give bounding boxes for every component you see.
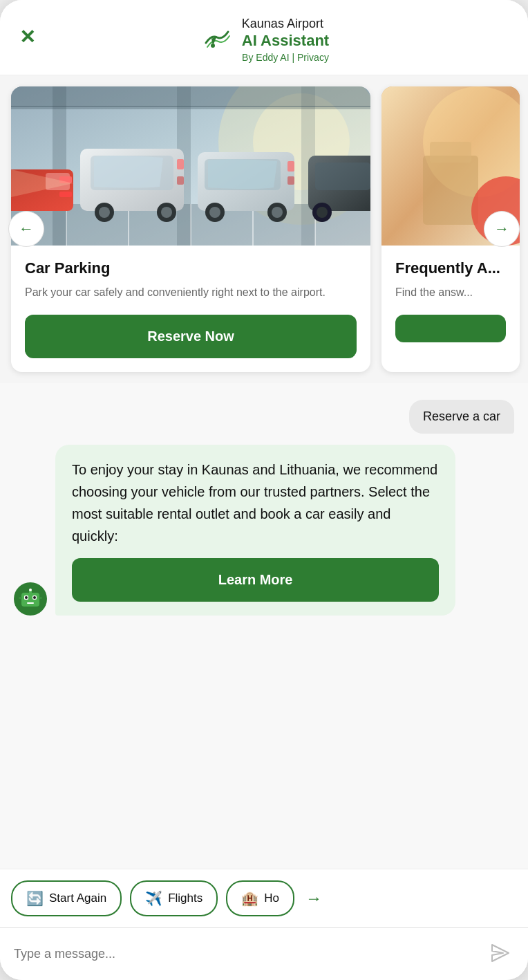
- chat-area: Reserve a car: [0, 383, 528, 869]
- user-message: Reserve a car: [14, 400, 514, 434]
- card-faq-button[interactable]: [395, 315, 506, 342]
- svg-rect-37: [315, 163, 370, 190]
- svg-rect-30: [287, 161, 294, 172]
- flights-label: Flights: [168, 891, 202, 905]
- flights-icon: ✈️: [145, 890, 162, 907]
- reserve-now-button[interactable]: Reserve Now: [25, 315, 357, 358]
- svg-rect-22: [177, 159, 184, 169]
- svg-rect-23: [177, 176, 184, 185]
- svg-point-50: [33, 596, 36, 599]
- svg-rect-42: [423, 156, 478, 225]
- hotels-icon: 🏨: [241, 890, 258, 907]
- robot-icon: [19, 587, 42, 611]
- carousel-next-button[interactable]: →: [484, 211, 520, 247]
- svg-rect-15: [11, 106, 370, 109]
- svg-rect-31: [287, 176, 294, 185]
- svg-rect-11: [53, 86, 66, 246]
- start-again-icon: 🔄: [26, 890, 44, 907]
- svg-point-35: [272, 207, 283, 218]
- user-bubble: Reserve a car: [409, 400, 514, 434]
- bot-text: To enjoy your stay in Kaunas and Lithuan…: [72, 462, 437, 544]
- send-button[interactable]: [487, 939, 514, 969]
- quick-replies-arrow[interactable]: →: [303, 880, 325, 916]
- logo-area: Kaunas Airport AI Assistant By Eddy AI |…: [199, 17, 329, 64]
- start-again-label: Start Again: [49, 891, 106, 905]
- card-parking-body: Car Parking Park your car safely and con…: [11, 246, 370, 372]
- svg-rect-51: [27, 602, 34, 604]
- svg-point-53: [29, 589, 32, 591]
- logo-icon: [199, 22, 235, 58]
- hotels-button[interactable]: 🏨 Ho: [226, 880, 294, 916]
- card-faq-description: Find the answ...: [395, 284, 506, 301]
- svg-rect-55: [39, 597, 42, 599]
- learn-more-button[interactable]: Learn More: [72, 558, 439, 602]
- header: ✕ Kaunas Airport AI Assistant By Eddy AI…: [0, 0, 528, 75]
- card-parking: Car Parking Park your car safely and con…: [11, 86, 370, 372]
- svg-rect-19: [59, 192, 72, 197]
- input-area: [0, 927, 528, 980]
- card-parking-image: [11, 86, 370, 246]
- svg-point-0: [199, 22, 235, 58]
- header-info: By Eddy AI | Privacy: [242, 51, 329, 64]
- card-faq-title: Frequently A...: [395, 259, 506, 277]
- send-icon: [489, 942, 511, 964]
- carousel-prev-button[interactable]: ←: [8, 211, 44, 247]
- svg-point-27: [161, 207, 172, 218]
- quick-replies: 🔄 Start Again ✈️ Flights 🏨 Ho →: [0, 869, 528, 927]
- bot-message: To enjoy your stay in Kaunas and Lithuan…: [14, 445, 514, 616]
- svg-rect-54: [19, 597, 22, 599]
- svg-point-49: [25, 596, 28, 599]
- parking-illustration: [11, 86, 370, 246]
- header-subtitle: By Eddy AI | Privacy: [242, 52, 329, 63]
- card-faq-body: Frequently A... Find the answ...: [381, 246, 520, 356]
- svg-point-25: [99, 207, 110, 218]
- start-again-button[interactable]: 🔄 Start Again: [11, 880, 122, 916]
- header-title-top: Kaunas Airport: [242, 17, 329, 32]
- bot-avatar: [14, 582, 47, 616]
- phone-container: ✕ Kaunas Airport AI Assistant By Eddy AI…: [0, 0, 528, 980]
- svg-point-33: [209, 207, 220, 218]
- close-button[interactable]: ✕: [19, 28, 35, 47]
- svg-rect-43: [430, 142, 471, 163]
- flights-button[interactable]: ✈️ Flights: [130, 880, 218, 916]
- header-text: Kaunas Airport AI Assistant By Eddy AI |…: [242, 17, 329, 64]
- hotels-label: Ho: [264, 891, 279, 905]
- card-parking-title: Car Parking: [25, 259, 357, 277]
- cards-track: Car Parking Park your car safely and con…: [0, 75, 528, 383]
- message-input[interactable]: [14, 947, 487, 961]
- svg-point-39: [317, 207, 328, 218]
- carousel-container: ← →: [0, 75, 528, 383]
- card-parking-description: Park your car safely and conveniently ri…: [25, 284, 357, 301]
- header-title-bottom: AI Assistant: [242, 32, 329, 50]
- bot-bubble: To enjoy your stay in Kaunas and Lithuan…: [55, 445, 455, 616]
- svg-rect-14: [11, 86, 370, 107]
- svg-rect-45: [21, 593, 39, 607]
